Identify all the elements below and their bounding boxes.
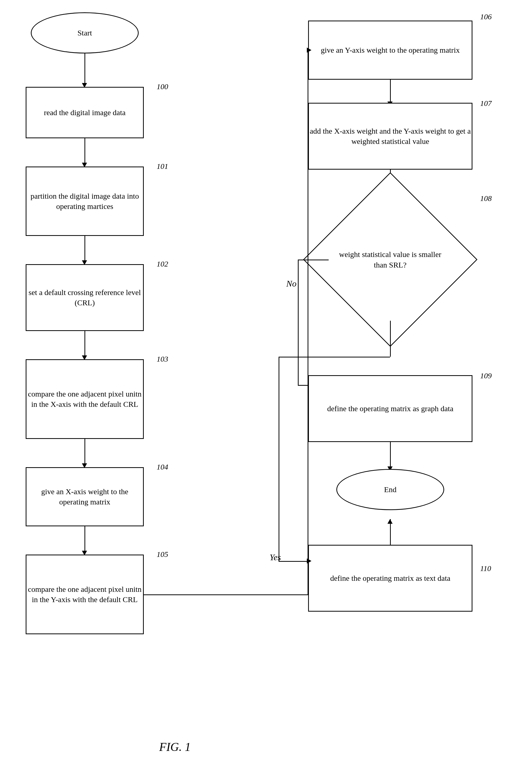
ref-100: 100 <box>157 82 168 91</box>
ref-106: 106 <box>480 12 492 21</box>
ref-110: 110 <box>480 564 491 573</box>
node-104: give an X-axis weight to the operating m… <box>26 467 144 526</box>
label-no: No <box>286 279 297 289</box>
node-105: compare the one adjacent pixel unitn in … <box>26 555 144 634</box>
arrow-yes-v2 <box>278 357 279 561</box>
node-110: define the operating matrix as text data <box>308 545 472 612</box>
arrowhead-110-end <box>387 519 392 524</box>
node-107: add the X-axis weight and the Y-axis wei… <box>308 103 472 170</box>
arrow-102-103 <box>84 331 85 357</box>
node-start: Start <box>31 12 139 54</box>
node-102: set a default crossing reference level (… <box>26 264 144 331</box>
arrow-108-no-h <box>298 259 329 260</box>
arrow-108-no-v <box>298 259 299 386</box>
ref-107: 107 <box>480 99 492 108</box>
ref-108: 108 <box>480 194 492 203</box>
flowchart-diagram: 106 give an Y-axis weight to the operati… <box>0 0 532 782</box>
ref-101: 101 <box>157 162 168 171</box>
arrow-105-106-v <box>308 50 308 594</box>
node-106: give an Y-axis weight to the operating m… <box>308 21 472 80</box>
figure-label: FIG. 1 <box>159 740 191 754</box>
node-109: define the operating matrix as graph dat… <box>308 375 472 442</box>
arrow-103-104 <box>84 439 85 465</box>
arrow-101-102 <box>84 236 85 261</box>
arrowhead-105-106 <box>307 47 311 53</box>
arrow-yes-h2 <box>278 561 308 562</box>
arrow-yes-v1 <box>390 321 391 357</box>
ref-105: 105 <box>157 550 168 559</box>
arrow-start-100 <box>84 54 85 84</box>
node-end: End <box>336 469 444 510</box>
node-100: read the digital image data <box>26 87 144 138</box>
arrow-109-end <box>390 442 391 468</box>
ref-102: 102 <box>157 259 168 268</box>
ref-104: 104 <box>157 463 168 471</box>
ref-109: 109 <box>480 371 492 380</box>
node-103: compare the one adjacent pixel unitn in … <box>26 359 144 439</box>
arrow-105-106-h <box>144 594 308 595</box>
arrow-100-101 <box>84 138 85 164</box>
node-101: partition the digital image data into op… <box>26 167 144 236</box>
ref-103: 103 <box>157 355 168 363</box>
arrow-yes-h <box>278 357 390 357</box>
arrow-106-107 <box>390 80 391 103</box>
arrow-104-105 <box>84 526 85 552</box>
